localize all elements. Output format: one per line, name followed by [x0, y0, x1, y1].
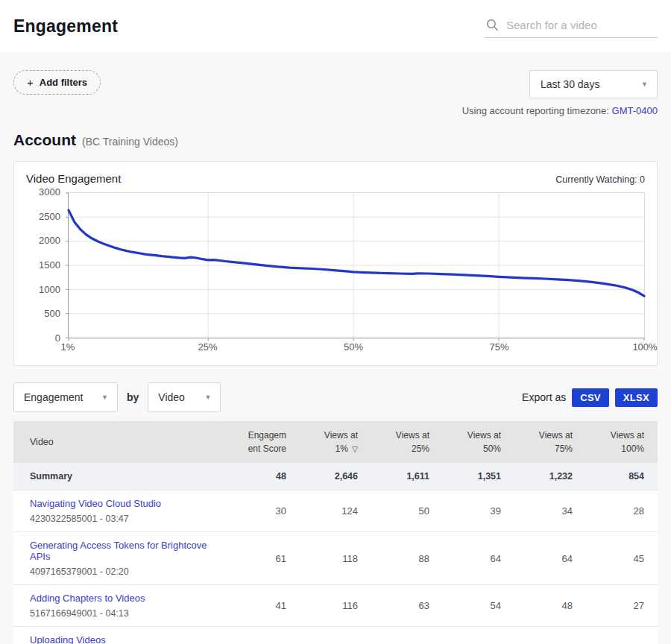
export-xlsx-button[interactable]: XLSX	[615, 388, 658, 407]
timezone-link[interactable]: GMT-0400	[612, 105, 658, 116]
y-axis-labels: 3000 2500 2000 1500 1000 500 0	[26, 192, 68, 338]
account-heading: Account	[13, 131, 76, 149]
account-subtitle: (BC Training Videos)	[82, 136, 178, 148]
by-label: by	[127, 391, 139, 403]
engagement-table: Video Engagem ent Score Views at 1% ▽ Vi…	[13, 421, 658, 644]
chevron-down-icon: ▼	[101, 394, 108, 401]
video-meta: 5167166949001 - 04:13	[30, 608, 129, 619]
video-title-link[interactable]: Adding Chapters to Videos	[30, 593, 215, 604]
chart-title: Video Engagement	[26, 172, 121, 185]
date-range-value: Last 30 days	[541, 78, 599, 90]
search-icon[interactable]	[486, 19, 499, 31]
export-as-label: Export as	[522, 391, 566, 403]
chevron-down-icon: ▼	[641, 80, 648, 88]
dimension-select[interactable]: Engagement ▼	[13, 382, 118, 412]
entity-select[interactable]: Video ▼	[148, 382, 221, 412]
date-range-select[interactable]: Last 30 days ▼	[529, 70, 658, 98]
engagement-chart-card: Video Engagement Currently Watching: 0 3…	[13, 161, 658, 366]
table-row: Uploading Videos 6037253402001 - 01:38 5…	[13, 627, 658, 644]
column-header-video[interactable]: Video	[13, 421, 228, 463]
column-header-views-1[interactable]: Views at 1% ▽	[300, 421, 371, 463]
video-title-link[interactable]: Navigating Video Cloud Studio	[30, 498, 215, 509]
currently-watching: Currently Watching: 0	[555, 174, 645, 185]
add-filters-button[interactable]: + Add filters	[13, 70, 101, 95]
sort-descending-icon[interactable]: ▽	[352, 445, 358, 453]
video-meta: 4097165379001 - 02:20	[30, 566, 129, 577]
column-header-views-25[interactable]: Views at 25%	[371, 421, 443, 463]
column-header-views-50[interactable]: Views at 50%	[443, 421, 514, 463]
content-area: + Add filters Last 30 days ▼ Using accou…	[0, 52, 671, 644]
account-heading-row: Account (BC Training Videos)	[13, 131, 658, 149]
table-row: Adding Chapters to Videos 5167166949001 …	[13, 585, 658, 627]
table-header-row: Video Engagem ent Score Views at 1% ▽ Vi…	[13, 421, 658, 463]
engagement-line-chart	[68, 192, 645, 338]
dimension-value: Engagement	[24, 391, 83, 403]
summary-label: Summary	[13, 463, 228, 490]
export-csv-button[interactable]: CSV	[572, 388, 609, 407]
video-title-link[interactable]: Uploading Videos	[30, 634, 215, 644]
table-row: Generating Access Tokens for Brightcove …	[13, 532, 658, 585]
plus-icon: +	[27, 77, 34, 88]
entity-value: Video	[158, 391, 185, 403]
column-header-engagement-score[interactable]: Engagem ent Score	[228, 421, 300, 463]
video-meta: 4230322585001 - 03:47	[30, 514, 129, 524]
page-title: Engagement	[13, 16, 118, 37]
column-header-views-75[interactable]: Views at 75%	[514, 421, 586, 463]
engagement-chart-svg	[69, 193, 644, 338]
timezone-note: Using account reporting timezone: GMT-04…	[462, 105, 658, 116]
search-input[interactable]	[506, 19, 656, 31]
add-filters-label: Add filters	[40, 77, 87, 88]
video-search[interactable]	[485, 14, 658, 38]
chevron-down-icon: ▼	[204, 394, 211, 401]
table-row: Navigating Video Cloud Studio 4230322585…	[13, 490, 658, 532]
x-axis-labels: 1% 25% 50% 75% 100%	[68, 341, 645, 358]
video-title-link[interactable]: Generating Access Tokens for Brightcove …	[30, 540, 215, 562]
summary-row: Summary 48 2,646 1,611 1,351 1,232 854	[13, 463, 658, 490]
column-header-views-100[interactable]: Views at 100%	[586, 421, 658, 463]
top-header: Engagement	[0, 0, 671, 52]
